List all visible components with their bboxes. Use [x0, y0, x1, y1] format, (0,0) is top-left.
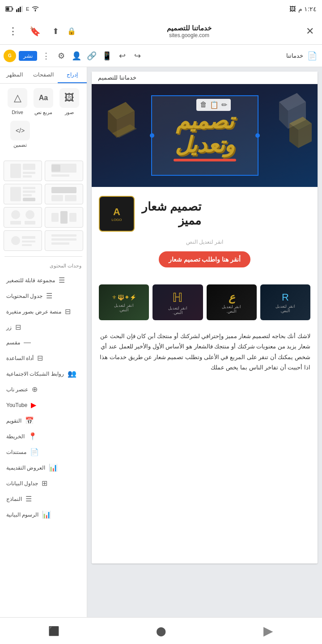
insert-drive[interactable]: △ Drive	[4, 88, 30, 115]
logo-4-edit: انقر لتعديلالنص.	[275, 304, 295, 313]
share-icon[interactable]: ⬆	[49, 23, 63, 40]
svg-rect-18	[23, 194, 32, 196]
undo-icon[interactable]: ↩	[116, 50, 128, 62]
pages-icon[interactable]: 📄	[306, 50, 318, 62]
block-4[interactable]	[45, 184, 83, 204]
wifi-icon	[32, 6, 39, 12]
insert-images[interactable]: 🖼 صور	[56, 88, 82, 115]
sidebar-item-calendar[interactable]: 📅 التقويم	[0, 413, 87, 428]
lock-icon: 🔒	[67, 27, 76, 35]
status-bar: E 🖼 ١:٢٤ م	[0, 0, 322, 18]
link-icon[interactable]: 🔗	[85, 50, 98, 62]
service-row: تصميم شعار مميز A LOGO	[99, 196, 310, 232]
sidebar-item-sheets[interactable]: ⊞ جداول البيانات	[0, 475, 87, 491]
spacer-label: مقسم	[6, 339, 20, 346]
insert-row-2: </> تضمين	[4, 121, 82, 148]
copy-btn[interactable]: 📋	[210, 101, 219, 109]
page-name-label: خدماتنا	[286, 52, 303, 59]
sidebar-item-slideshow[interactable]: ⊟ منصة عرض بصور متغيرة	[0, 304, 87, 319]
sidebar-item-slides[interactable]: 📊 العروض التقديمية	[0, 460, 87, 475]
logo-item-1[interactable]: ⚜ 🔱 ◆ ⚡ انقر لتعديلالنص.	[99, 284, 149, 320]
delete-btn[interactable]: 🗑	[200, 101, 207, 109]
block-5[interactable]	[4, 207, 42, 228]
bookmark-icon[interactable]: 🔖	[26, 22, 44, 40]
bottom-nav: ⬛ ⬤ ▶	[0, 617, 322, 644]
handle-left[interactable]	[150, 133, 154, 138]
add-user-icon[interactable]: 👤	[70, 50, 83, 62]
svg-rect-11	[23, 175, 32, 178]
cta-button[interactable]: أنقر هنا واطلب تصميم شعار	[159, 251, 251, 267]
more-options-icon[interactable]: ⋮	[40, 50, 52, 62]
logo-letter: A	[111, 206, 122, 218]
divider-icon: ⊟	[15, 323, 21, 331]
youtube-icon: ▶	[31, 401, 36, 409]
sidebar-item-divider[interactable]: ⊟ زر	[0, 319, 87, 335]
settings-icon[interactable]: ⚙	[55, 50, 68, 62]
play-button[interactable]: ▶	[257, 622, 280, 640]
svg-rect-9	[23, 164, 35, 170]
sidebar-item-footer[interactable]: ⊟ أداة الساعدة	[0, 350, 87, 366]
menu-icon[interactable]: ⋮	[4, 22, 21, 41]
sidebar-item-youtube[interactable]: ▶ YouTube	[0, 397, 87, 413]
sidebar-item-font-resize[interactable]: ☰ مجموعة قابلة للتصغير	[0, 272, 87, 288]
battery-icon	[5, 6, 13, 12]
slides-label: العروض التقديمية	[6, 465, 45, 471]
insert-text[interactable]: Aa مربع نص	[30, 88, 56, 115]
handle-right[interactable]	[255, 133, 260, 138]
deco-box-right-mid	[287, 114, 314, 157]
tab-insert[interactable]: إدراج	[58, 67, 87, 83]
page-canvas: خدماتنا للتصميم	[92, 72, 318, 564]
click-to-edit[interactable]: انقر لتعديل النص	[99, 236, 310, 248]
block-2[interactable]	[45, 161, 83, 181]
home-button[interactable]: ⬤	[150, 622, 172, 640]
block-8[interactable]	[45, 230, 83, 251]
device-preview-icon[interactable]: 📱	[101, 50, 113, 62]
edit-btn[interactable]: ✏	[221, 101, 227, 109]
svg-point-23	[11, 210, 20, 219]
images-label: صور	[65, 110, 74, 115]
footer-icon: ⊟	[37, 354, 43, 362]
sidebar-item-spacer[interactable]: — مقسم	[0, 335, 87, 350]
redo-icon[interactable]: ↪	[131, 50, 144, 62]
description-text: لاشك أنك بحاجه لتصميم شعار مميز وإحترافي…	[92, 325, 318, 379]
close-icon[interactable]: ✕	[302, 22, 318, 41]
sidebar-item-forms[interactable]: ☰ النماذج	[0, 491, 87, 507]
sidebar-item-docs[interactable]: 📄 مستندات	[0, 444, 87, 460]
page-header-strip: خدماتنا للتصميم	[92, 72, 318, 84]
tab-pages[interactable]: الصفحات	[29, 67, 58, 83]
svg-rect-10	[23, 172, 35, 174]
logo-item-3[interactable]: ﻉ انقر لتعديلالنص.	[207, 284, 257, 320]
block-3[interactable]	[4, 184, 42, 204]
site-url: sites.google.com	[80, 32, 298, 38]
sidebar-item-map[interactable]: 📍 الخريطة	[0, 428, 87, 444]
service-title-container: تصميم شعار مميز	[142, 200, 201, 228]
publish-button[interactable]: نشر	[19, 51, 37, 61]
svg-rect-17	[23, 191, 35, 193]
sidebar-item-toc[interactable]: ☰ جدول المحتويات	[0, 288, 87, 304]
forms-label: النماذج	[6, 496, 22, 502]
slideshow-icon: ⊟	[65, 307, 71, 316]
insert-embed[interactable]: </> تضمين	[4, 121, 36, 148]
sidebar-item-button[interactable]: ⊕ عنصر ناب	[0, 381, 87, 397]
tab-theme[interactable]: المظهر	[0, 67, 29, 83]
time-display: ١:٢٤ م	[298, 5, 317, 13]
divider-1	[4, 256, 82, 257]
selected-image-box[interactable]: 🗑 📋 ✏ تصميموتعديل	[151, 95, 258, 176]
site-title: خدماتنا للتصميم	[80, 24, 298, 32]
block-6[interactable]	[45, 207, 83, 228]
docs-icon: 📄	[30, 448, 39, 456]
logo-item-4[interactable]: R انقر لتعديلالنص.	[260, 284, 310, 320]
sidebar-item-charts[interactable]: 📊 الرسوم البيانية	[0, 507, 87, 522]
network-label: E	[26, 6, 29, 12]
sidebar-item-social[interactable]: 👥 روابط الشبكات الاجتماعية	[0, 366, 87, 381]
logo-item-2[interactable]: ℍ انقر لتعديلالنص.	[153, 284, 203, 320]
map-icon: 📍	[28, 432, 37, 441]
service-title: تصميم شعار	[142, 200, 201, 214]
logo-2-edit: انقر لتعديلالنص.	[168, 306, 188, 315]
svg-rect-8	[10, 164, 21, 178]
stop-button[interactable]: ⬛	[42, 622, 65, 640]
block-7[interactable]	[4, 230, 42, 251]
sheets-label: جداول البيانات	[6, 480, 38, 487]
service-section: تصميم شعار مميز A LOGO انقر لتعديل النص …	[92, 187, 318, 280]
block-1[interactable]	[4, 161, 42, 181]
